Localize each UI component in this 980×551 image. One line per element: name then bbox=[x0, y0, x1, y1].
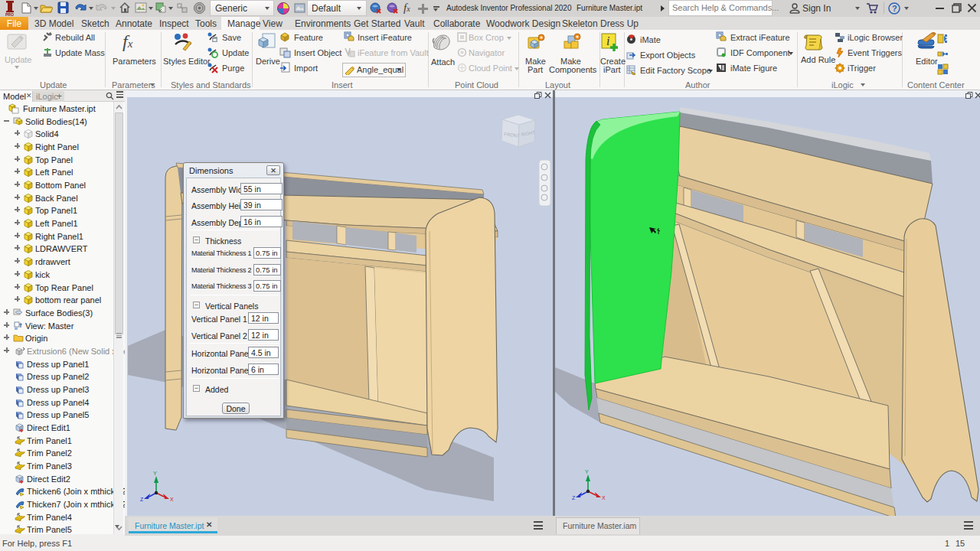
svg-text:Z: Z bbox=[572, 495, 576, 500]
svg-text:?: ? bbox=[892, 4, 897, 13]
svg-text:i: i bbox=[606, 34, 609, 47]
svg-text:X: X bbox=[170, 497, 174, 502]
svg-text:PRO: PRO bbox=[5, 12, 14, 17]
svg-text:Y: Y bbox=[585, 469, 589, 474]
svg-text:Y: Y bbox=[153, 471, 157, 476]
svg-text:Z: Z bbox=[140, 497, 144, 502]
svg-text:X: X bbox=[602, 495, 606, 500]
